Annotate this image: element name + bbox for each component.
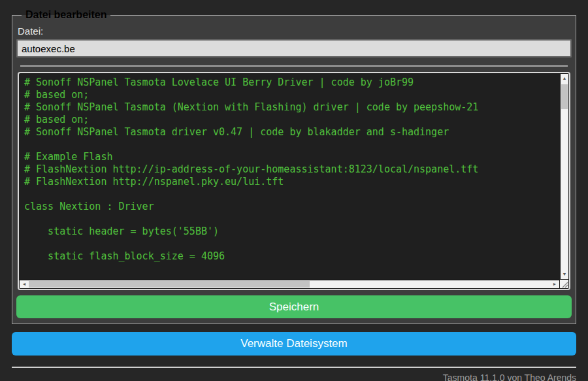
horizontal-scrollbar[interactable]: ◄ ►	[20, 280, 559, 288]
scroll-down-icon[interactable]: ▼	[561, 271, 568, 278]
save-button[interactable]: Speichern	[16, 295, 572, 318]
scroll-right-icon[interactable]: ►	[551, 280, 559, 288]
vertical-scrollbar[interactable]: ▲ ▼	[560, 74, 568, 279]
file-content-code[interactable]: # Sonoff NSPanel Tasmota Lovelace UI Ber…	[19, 73, 559, 279]
footer-divider	[12, 367, 576, 368]
scroll-up-icon[interactable]: ▲	[561, 75, 568, 82]
footer-version-text: Tasmota 11.1.0 von Theo Arends	[12, 373, 576, 381]
manage-filesystem-button[interactable]: Verwalte Dateisystem	[12, 332, 576, 356]
page-container: Datei bearbeiten Datei: # Sonoff NSPanel…	[12, 9, 576, 381]
file-name-input[interactable]	[16, 39, 572, 58]
vertical-scrollbar-thumb[interactable]	[561, 84, 568, 109]
edit-file-fieldset: Datei bearbeiten Datei: # Sonoff NSPanel…	[12, 9, 576, 324]
resize-grip-icon[interactable]	[560, 280, 568, 288]
horizontal-scrollbar-thumb[interactable]	[29, 281, 310, 288]
form-divider	[20, 65, 568, 67]
edit-file-legend: Datei bearbeiten	[22, 9, 110, 21]
file-name-label: Datei:	[18, 25, 572, 37]
file-content-textarea[interactable]: # Sonoff NSPanel Tasmota Lovelace UI Ber…	[18, 72, 570, 290]
scroll-left-icon[interactable]: ◄	[20, 280, 28, 288]
